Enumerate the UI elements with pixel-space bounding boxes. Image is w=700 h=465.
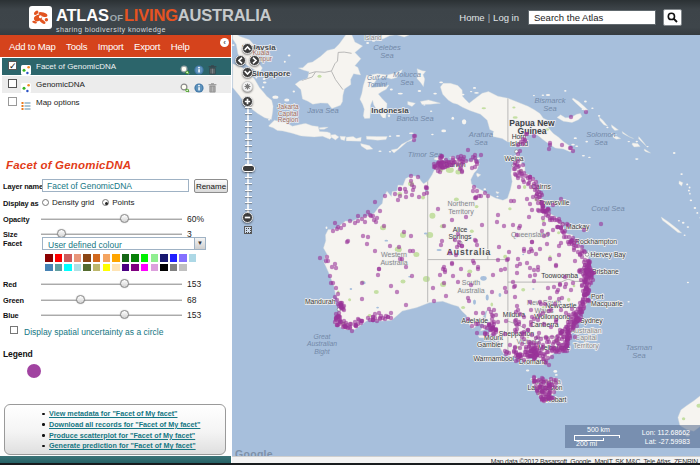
map-label: Java Sea [306,106,338,115]
menu-item-tools[interactable]: Tools [66,41,87,52]
pan-down-button[interactable] [242,67,253,78]
palette-swatch[interactable] [45,254,53,262]
layer-row-map-options[interactable]: Map options [2,94,231,111]
palette-swatch[interactable] [74,264,82,272]
zoom-to-layer-icon[interactable] [180,61,190,71]
palette-swatch[interactable] [141,264,149,272]
zoom-slider-thumb[interactable] [242,165,255,172]
palette-swatch[interactable] [189,254,197,262]
palette-swatch[interactable] [141,254,149,262]
palette-swatch[interactable] [93,264,101,272]
points-layer-icon [21,79,31,89]
slider-track[interactable] [41,283,182,285]
layer-info-icon[interactable] [194,61,204,71]
facet-select[interactable]: User defined colour ▼ [42,237,206,250]
green-slider-thumb[interactable] [76,295,85,304]
blue-slider[interactable] [41,310,182,320]
zoom-slider-track[interactable] [247,107,249,213]
sidebar: Add to MapToolsImportExportHelp ‹ ✓Facet… [0,35,231,465]
layer-row-facet-of-genomicdna[interactable]: ✓Facet of GenomicDNA [2,58,231,75]
layer-action-link[interactable]: View metadata for "Facet of My facet" [49,409,178,418]
palette-swatch[interactable] [179,254,187,262]
layer-name-label: Layer name [3,182,43,191]
red-slider-thumb[interactable] [120,279,129,288]
collapse-sidebar-button[interactable]: ‹ [220,38,229,47]
palette-swatch[interactable] [74,254,82,262]
green-slider[interactable] [41,295,182,305]
login-link[interactable]: Log in [493,12,519,23]
palette-swatch[interactable] [112,254,120,262]
menu-item-help[interactable]: Help [171,41,190,52]
pan-right-button[interactable] [249,55,260,66]
red-slider[interactable] [41,279,182,289]
palette-swatch[interactable] [151,254,159,262]
delete-layer-icon[interactable] [208,61,218,71]
layer-visibility-checkbox[interactable] [8,79,17,88]
search-button[interactable] [663,9,682,26]
palette-swatch[interactable] [122,254,130,262]
opacity-slider-thumb[interactable] [120,214,129,223]
reset-view-button[interactable] [242,81,253,92]
slider-track[interactable] [41,299,182,301]
map-label: Indonesia [371,106,409,115]
palette-swatch[interactable] [151,264,159,272]
palette-swatch[interactable] [112,264,120,272]
pan-left-button[interactable] [235,55,246,66]
palette-swatch[interactable] [103,264,111,272]
layer-links-box: View metadata for "Facet of My facet"Dow… [4,404,226,455]
layer-row-genomicdna[interactable]: GenomicDNA [2,76,231,93]
opacity-slider[interactable] [41,214,182,224]
layer-info-icon[interactable] [194,79,204,89]
palette-swatch[interactable] [45,264,53,272]
palette-swatch[interactable] [83,264,91,272]
layer-action-link[interactable]: Produce scatterplot for "Facet of My fac… [49,431,195,440]
layer-action-link[interactable]: Generate prediction for "Facet of My fac… [49,441,196,450]
palette-swatch[interactable] [55,264,63,272]
delete-layer-icon[interactable] [208,79,218,89]
city-label: Brisbane [592,268,619,275]
slider-track[interactable] [41,218,182,220]
zoom-to-layer-icon[interactable] [180,79,190,89]
palette-swatch[interactable] [170,264,178,272]
search-input[interactable] [528,10,656,25]
layer-visibility-checkbox[interactable]: ✓ [8,61,17,70]
menu-item-add-to-map[interactable]: Add to Map [9,41,56,52]
box-zoom-button[interactable] [244,226,252,234]
palette-swatch[interactable] [64,264,72,272]
palette-swatch[interactable] [103,254,111,262]
layer-action-link[interactable]: Download all records for "Facet of My fa… [49,420,200,429]
palette-swatch[interactable] [179,264,187,272]
pan-up-button[interactable] [242,43,253,54]
uncertainty-checkbox[interactable] [10,326,18,334]
map-canvas[interactable]: CelebesSeaMoluccaSeaGulf ofTominiJava Se… [232,35,700,465]
blue-slider-thumb[interactable] [120,310,129,319]
palette-swatch[interactable] [122,264,130,272]
zoom-in-button[interactable] [242,96,253,107]
radio-label: Points [112,198,134,207]
palette-swatch[interactable] [170,254,178,262]
city-label: Warrnambool [473,355,514,362]
palette-swatch[interactable] [160,254,168,262]
palette-swatch[interactable] [55,254,63,262]
palette-swatch[interactable] [64,254,72,262]
display-as-radio-points[interactable] [102,199,109,206]
home-link[interactable]: Home [459,12,484,23]
layer-name-input[interactable] [42,179,189,192]
palette-swatch[interactable] [160,264,168,272]
layer-visibility-checkbox[interactable] [8,97,17,106]
zoom-tick [245,145,252,146]
slider-track[interactable] [41,314,182,316]
rename-button[interactable]: Rename [194,179,228,193]
ala-logo-icon[interactable] [29,6,52,29]
palette-swatch[interactable] [83,254,91,262]
layer-name: Map options [36,98,80,107]
palette-swatch[interactable] [131,264,139,272]
facet-label: Facet [3,239,22,248]
palette-swatch[interactable] [131,254,139,262]
zoom-out-button[interactable] [242,212,253,223]
menu-item-import[interactable]: Import [98,41,124,52]
menu-item-export[interactable]: Export [134,41,160,52]
facet-dropdown-arrow-icon[interactable]: ▼ [194,238,205,249]
palette-swatch[interactable] [93,254,101,262]
display-as-radio-density-grid[interactable] [42,199,49,206]
